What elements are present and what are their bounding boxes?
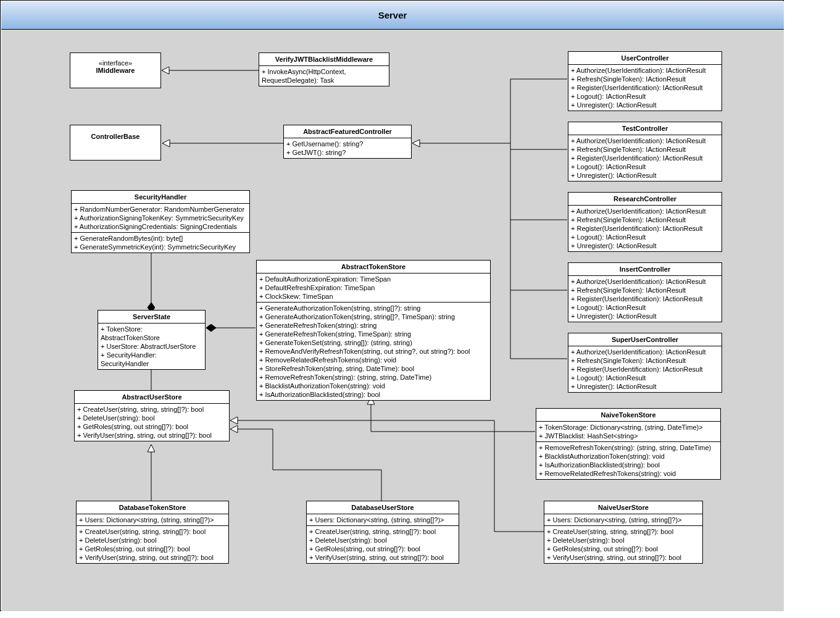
- class-naivetokenstore: NaiveTokenStore + TokenStorage: Dictiona…: [536, 408, 721, 480]
- operations: + CreateUser(string, string, string[]?):…: [307, 526, 459, 563]
- attr: + Users: Dictionary<string, (string, str…: [547, 516, 700, 524]
- operations: + GenerateAuthorizationToken(string, str…: [257, 303, 490, 400]
- attr: + DefaultAuthorizationExpiration: TimeSp…: [259, 275, 488, 283]
- op: + DeleteUser(string): bool: [77, 414, 227, 422]
- class-testcontroller: TestController + Authorize(UserIdentific…: [568, 122, 722, 182]
- attr: + JWTBlacklist: HashSet<string>: [539, 432, 718, 440]
- package-server: Server: [0, 0, 784, 611]
- class-controllerbase: ControllerBase: [70, 125, 161, 161]
- op: + GenerateAuthorizationToken(string, str…: [259, 312, 488, 321]
- op: + Authorize(UserIdentification): IAction…: [571, 136, 719, 145]
- attributes: + Users: Dictionary<string, (string, str…: [307, 514, 459, 526]
- op: + DeleteUser(string): bool: [79, 536, 226, 545]
- class-name: NaiveTokenStore: [536, 409, 720, 422]
- class-name: DatabaseTokenStore: [77, 501, 228, 514]
- class-researchcontroller: ResearchController + Authorize(UserIdent…: [568, 192, 722, 252]
- attr: + Users: Dictionary<string, (string, str…: [309, 516, 456, 524]
- op: + VerifyUser(string, string, out string[…: [77, 431, 227, 440]
- operations: + Authorize(UserIdentification): IAction…: [568, 135, 721, 181]
- attr: + Users: Dictionary<string, (string, str…: [79, 516, 226, 524]
- op: + Authorize(UserIdentification): IAction…: [571, 207, 719, 215]
- op: + Register(UserIdentification): IActionR…: [571, 224, 719, 233]
- op: + GenerateRandomBytes(int): byte[]: [74, 234, 247, 243]
- class-name: ServerState: [98, 311, 205, 324]
- op: + RemoveRefreshToken(string): (string, s…: [539, 443, 718, 452]
- class-superusercontroller: SuperUserController + Authorize(UserIden…: [568, 333, 722, 393]
- attributes: + TokenStore: AbstractTokenStore + UserS…: [98, 324, 205, 369]
- op: + Refresh(SingleToken): IActionResult: [571, 215, 719, 224]
- operations: + CreateUser(string, string, string[]?):…: [77, 526, 228, 563]
- class-securityhandler: SecurityHandler + RandomNumberGenerator:…: [71, 190, 250, 253]
- attr: + AuthorizationSigningCredentials: Signi…: [74, 222, 247, 231]
- op: + Logout(): IActionResult: [571, 374, 719, 382]
- operations: + CreateUser(string, string, string[]?):…: [544, 526, 702, 563]
- op: + Register(UserIdentification): IActionR…: [571, 83, 719, 92]
- operations: + Authorize(UserIdentification): IAction…: [568, 276, 721, 322]
- class-name: AbstractUserStore: [75, 391, 229, 404]
- op: + DeleteUser(string): bool: [309, 536, 456, 545]
- op: + IsAuthorizationBlacklisted(string): bo…: [539, 461, 718, 469]
- class-name: AbstractTokenStore: [257, 261, 490, 274]
- operations: + Authorize(UserIdentification): IAction…: [568, 65, 721, 111]
- op: + Unregister(): IActionResult: [571, 171, 719, 180]
- operations: + CreateUser(string, string, string[]?):…: [75, 404, 229, 441]
- operations: + Authorize(UserIdentification): IAction…: [568, 206, 721, 251]
- op: + Logout(): IActionResult: [571, 92, 719, 101]
- attr: + ClockSkew: TimeSpan: [259, 292, 488, 301]
- operations: + InvokeAsync(HttpContext, RequestDelega…: [259, 66, 389, 86]
- op: + RemoveAndVerifyRefreshToken(string, ou…: [259, 347, 488, 356]
- class-name: NaiveUserStore: [544, 501, 702, 514]
- op: + Unregister(): IActionResult: [571, 382, 719, 391]
- op: + StoreRefreshToken(string, string, Date…: [259, 364, 488, 373]
- class-name: SuperUserController: [568, 333, 721, 346]
- op: + CreateUser(string, string, string[]?):…: [309, 527, 456, 536]
- op: + RemoveRefreshToken(string): (string, s…: [259, 373, 488, 382]
- op: + GetRoles(string, out string[]?): bool: [79, 545, 226, 553]
- class-name: ResearchController: [568, 193, 721, 206]
- attributes: + Users: Dictionary<string, (string, str…: [77, 514, 228, 526]
- op: + Unregister(): IActionResult: [571, 101, 719, 109]
- class-abstractfeaturedcontroller: AbstractFeaturedController + GetUsername…: [283, 125, 412, 159]
- class-name: TestController: [568, 122, 721, 135]
- class-databaseuserstore: DatabaseUserStore + Users: Dictionary<st…: [306, 501, 459, 564]
- class-abstracttokenstore: AbstractTokenStore + DefaultAuthorizatio…: [256, 260, 491, 401]
- class-verifyjwt: VerifyJWTBlacklistMiddleware + InvokeAsy…: [259, 52, 389, 86]
- op: + DeleteUser(string): bool: [547, 536, 700, 545]
- attr: + TokenStore: AbstractTokenStore: [101, 325, 202, 342]
- op: + BlacklistAuthorizationToken(string): v…: [539, 452, 718, 461]
- attributes: + DefaultAuthorizationExpiration: TimeSp…: [257, 274, 490, 303]
- attr: + TokenStorage: Dictionary<string, (stri…: [539, 423, 718, 432]
- op: + Register(UserIdentification): IActionR…: [571, 294, 719, 303]
- class-name: VerifyJWTBlacklistMiddleware: [259, 53, 389, 66]
- class-usercontroller: UserController + Authorize(UserIdentific…: [568, 51, 722, 111]
- op: + Refresh(SingleToken): IActionResult: [571, 75, 719, 83]
- attr: + AuthorizationSigningTokenKey: Symmetri…: [74, 214, 247, 222]
- class-name: SecurityHandler: [72, 191, 249, 204]
- op: + VerifyUser(string, string, out string[…: [547, 553, 700, 562]
- attr: + DefaultRefreshExpiration: TimeSpan: [259, 283, 488, 292]
- op: + BlacklistAuthorizationToken(string): v…: [259, 382, 488, 390]
- op: + GenerateRefreshToken(string): string: [259, 321, 488, 330]
- class-insertcontroller: InsertController + Authorize(UserIdentif…: [568, 262, 722, 322]
- op: + Refresh(SingleToken): IActionResult: [571, 356, 719, 365]
- op: + Authorize(UserIdentification): IAction…: [571, 348, 719, 356]
- op: + Unregister(): IActionResult: [571, 241, 719, 250]
- op: + Register(UserIdentification): IActionR…: [571, 365, 719, 374]
- diagram-canvas: Server: [0, 0, 840, 618]
- operations: + RemoveRefreshToken(string): (string, s…: [536, 442, 720, 479]
- class-name: InsertController: [568, 263, 721, 276]
- class-imiddleware: «interface» IMiddleware: [70, 52, 161, 88]
- operations: + GetUsername(): string? + GetJWT(): str…: [284, 138, 411, 158]
- class-name: AbstractFeaturedController: [284, 125, 411, 138]
- operations: + Authorize(UserIdentification): IAction…: [568, 346, 721, 392]
- attr: + RandomNumberGenerator: RandomNumberGen…: [74, 205, 247, 214]
- attributes: + TokenStorage: Dictionary<string, (stri…: [536, 422, 720, 442]
- op: + VerifyUser(string, string, out string[…: [309, 553, 456, 562]
- attributes: + Users: Dictionary<string, (string, str…: [544, 514, 702, 526]
- op: + GetUsername(): string?: [286, 140, 409, 148]
- attr: + UserStore: AbstractUserStore: [101, 342, 202, 351]
- op: + Logout(): IActionResult: [571, 162, 719, 171]
- op: + Authorize(UserIdentification): IAction…: [571, 66, 719, 75]
- class-serverstate: ServerState + TokenStore: AbstractTokenS…: [98, 310, 206, 370]
- op: + Refresh(SingleToken): IActionResult: [571, 286, 719, 294]
